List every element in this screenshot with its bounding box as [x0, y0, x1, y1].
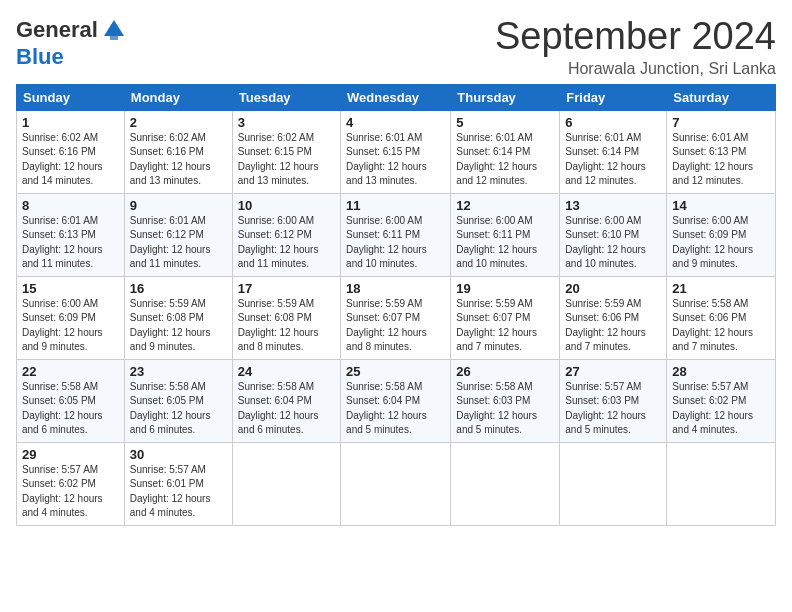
header: General Blue September 2024 Horawala Jun… — [16, 16, 776, 78]
table-cell: 16Sunrise: 5:59 AMSunset: 6:08 PMDayligh… — [124, 276, 232, 359]
table-cell: 5Sunrise: 6:01 AMSunset: 6:14 PMDaylight… — [451, 110, 560, 193]
day-number: 2 — [130, 115, 227, 130]
calendar-row: 8Sunrise: 6:01 AMSunset: 6:13 PMDaylight… — [17, 193, 776, 276]
col-thursday: Thursday — [451, 84, 560, 110]
day-info: Sunrise: 6:00 AMSunset: 6:09 PMDaylight:… — [672, 214, 770, 272]
day-number: 26 — [456, 364, 554, 379]
col-sunday: Sunday — [17, 84, 125, 110]
table-cell: 13Sunrise: 6:00 AMSunset: 6:10 PMDayligh… — [560, 193, 667, 276]
day-number: 14 — [672, 198, 770, 213]
day-number: 25 — [346, 364, 445, 379]
table-cell — [232, 442, 340, 525]
table-cell: 24Sunrise: 5:58 AMSunset: 6:04 PMDayligh… — [232, 359, 340, 442]
calendar-row: 29Sunrise: 5:57 AMSunset: 6:02 PMDayligh… — [17, 442, 776, 525]
logo: General Blue — [16, 16, 128, 70]
table-cell: 26Sunrise: 5:58 AMSunset: 6:03 PMDayligh… — [451, 359, 560, 442]
day-number: 5 — [456, 115, 554, 130]
table-cell: 18Sunrise: 5:59 AMSunset: 6:07 PMDayligh… — [341, 276, 451, 359]
day-info: Sunrise: 5:57 AMSunset: 6:01 PMDaylight:… — [130, 463, 227, 521]
day-info: Sunrise: 5:59 AMSunset: 6:07 PMDaylight:… — [456, 297, 554, 355]
day-info: Sunrise: 6:00 AMSunset: 6:11 PMDaylight:… — [456, 214, 554, 272]
day-number: 23 — [130, 364, 227, 379]
col-monday: Monday — [124, 84, 232, 110]
table-cell: 9Sunrise: 6:01 AMSunset: 6:12 PMDaylight… — [124, 193, 232, 276]
table-cell: 22Sunrise: 5:58 AMSunset: 6:05 PMDayligh… — [17, 359, 125, 442]
day-number: 6 — [565, 115, 661, 130]
day-number: 9 — [130, 198, 227, 213]
col-friday: Friday — [560, 84, 667, 110]
table-cell — [560, 442, 667, 525]
calendar-table: Sunday Monday Tuesday Wednesday Thursday… — [16, 84, 776, 526]
day-info: Sunrise: 6:02 AMSunset: 6:16 PMDaylight:… — [130, 131, 227, 189]
day-info: Sunrise: 5:59 AMSunset: 6:08 PMDaylight:… — [238, 297, 335, 355]
table-cell: 20Sunrise: 5:59 AMSunset: 6:06 PMDayligh… — [560, 276, 667, 359]
day-number: 12 — [456, 198, 554, 213]
day-number: 10 — [238, 198, 335, 213]
day-info: Sunrise: 5:57 AMSunset: 6:02 PMDaylight:… — [22, 463, 119, 521]
day-info: Sunrise: 5:58 AMSunset: 6:05 PMDaylight:… — [22, 380, 119, 438]
day-number: 3 — [238, 115, 335, 130]
day-info: Sunrise: 5:59 AMSunset: 6:07 PMDaylight:… — [346, 297, 445, 355]
day-number: 19 — [456, 281, 554, 296]
table-cell: 7Sunrise: 6:01 AMSunset: 6:13 PMDaylight… — [667, 110, 776, 193]
day-number: 27 — [565, 364, 661, 379]
table-cell — [451, 442, 560, 525]
day-number: 21 — [672, 281, 770, 296]
day-info: Sunrise: 5:57 AMSunset: 6:03 PMDaylight:… — [565, 380, 661, 438]
logo-blue-text: Blue — [16, 44, 64, 70]
day-number: 22 — [22, 364, 119, 379]
day-info: Sunrise: 5:58 AMSunset: 6:04 PMDaylight:… — [238, 380, 335, 438]
page: General Blue September 2024 Horawala Jun… — [0, 0, 792, 612]
table-cell: 19Sunrise: 5:59 AMSunset: 6:07 PMDayligh… — [451, 276, 560, 359]
title-section: September 2024 Horawala Junction, Sri La… — [495, 16, 776, 78]
day-number: 11 — [346, 198, 445, 213]
day-number: 20 — [565, 281, 661, 296]
day-number: 30 — [130, 447, 227, 462]
day-info: Sunrise: 6:01 AMSunset: 6:14 PMDaylight:… — [456, 131, 554, 189]
calendar-row: 22Sunrise: 5:58 AMSunset: 6:05 PMDayligh… — [17, 359, 776, 442]
col-saturday: Saturday — [667, 84, 776, 110]
day-info: Sunrise: 6:01 AMSunset: 6:13 PMDaylight:… — [22, 214, 119, 272]
location-title: Horawala Junction, Sri Lanka — [495, 60, 776, 78]
day-info: Sunrise: 5:57 AMSunset: 6:02 PMDaylight:… — [672, 380, 770, 438]
table-cell: 2Sunrise: 6:02 AMSunset: 6:16 PMDaylight… — [124, 110, 232, 193]
day-info: Sunrise: 6:02 AMSunset: 6:16 PMDaylight:… — [22, 131, 119, 189]
svg-marker-1 — [110, 30, 118, 40]
table-cell: 21Sunrise: 5:58 AMSunset: 6:06 PMDayligh… — [667, 276, 776, 359]
table-cell: 8Sunrise: 6:01 AMSunset: 6:13 PMDaylight… — [17, 193, 125, 276]
table-cell: 28Sunrise: 5:57 AMSunset: 6:02 PMDayligh… — [667, 359, 776, 442]
table-cell: 11Sunrise: 6:00 AMSunset: 6:11 PMDayligh… — [341, 193, 451, 276]
table-cell: 23Sunrise: 5:58 AMSunset: 6:05 PMDayligh… — [124, 359, 232, 442]
day-info: Sunrise: 6:01 AMSunset: 6:14 PMDaylight:… — [565, 131, 661, 189]
logo-general-text: General — [16, 17, 98, 43]
day-info: Sunrise: 5:59 AMSunset: 6:06 PMDaylight:… — [565, 297, 661, 355]
table-cell: 17Sunrise: 5:59 AMSunset: 6:08 PMDayligh… — [232, 276, 340, 359]
table-cell — [667, 442, 776, 525]
table-cell: 12Sunrise: 6:00 AMSunset: 6:11 PMDayligh… — [451, 193, 560, 276]
calendar-row: 1Sunrise: 6:02 AMSunset: 6:16 PMDaylight… — [17, 110, 776, 193]
logo-icon — [100, 16, 128, 44]
day-info: Sunrise: 6:01 AMSunset: 6:15 PMDaylight:… — [346, 131, 445, 189]
table-cell: 10Sunrise: 6:00 AMSunset: 6:12 PMDayligh… — [232, 193, 340, 276]
day-info: Sunrise: 6:02 AMSunset: 6:15 PMDaylight:… — [238, 131, 335, 189]
month-title: September 2024 — [495, 16, 776, 58]
col-wednesday: Wednesday — [341, 84, 451, 110]
day-number: 7 — [672, 115, 770, 130]
table-cell: 1Sunrise: 6:02 AMSunset: 6:16 PMDaylight… — [17, 110, 125, 193]
table-cell: 3Sunrise: 6:02 AMSunset: 6:15 PMDaylight… — [232, 110, 340, 193]
day-number: 29 — [22, 447, 119, 462]
table-cell: 25Sunrise: 5:58 AMSunset: 6:04 PMDayligh… — [341, 359, 451, 442]
table-cell: 27Sunrise: 5:57 AMSunset: 6:03 PMDayligh… — [560, 359, 667, 442]
day-number: 17 — [238, 281, 335, 296]
table-cell: 4Sunrise: 6:01 AMSunset: 6:15 PMDaylight… — [341, 110, 451, 193]
table-cell — [341, 442, 451, 525]
day-number: 13 — [565, 198, 661, 213]
day-info: Sunrise: 5:58 AMSunset: 6:06 PMDaylight:… — [672, 297, 770, 355]
day-info: Sunrise: 5:58 AMSunset: 6:04 PMDaylight:… — [346, 380, 445, 438]
day-number: 15 — [22, 281, 119, 296]
day-info: Sunrise: 5:58 AMSunset: 6:05 PMDaylight:… — [130, 380, 227, 438]
day-info: Sunrise: 5:58 AMSunset: 6:03 PMDaylight:… — [456, 380, 554, 438]
col-tuesday: Tuesday — [232, 84, 340, 110]
table-cell: 14Sunrise: 6:00 AMSunset: 6:09 PMDayligh… — [667, 193, 776, 276]
calendar-header-row: Sunday Monday Tuesday Wednesday Thursday… — [17, 84, 776, 110]
